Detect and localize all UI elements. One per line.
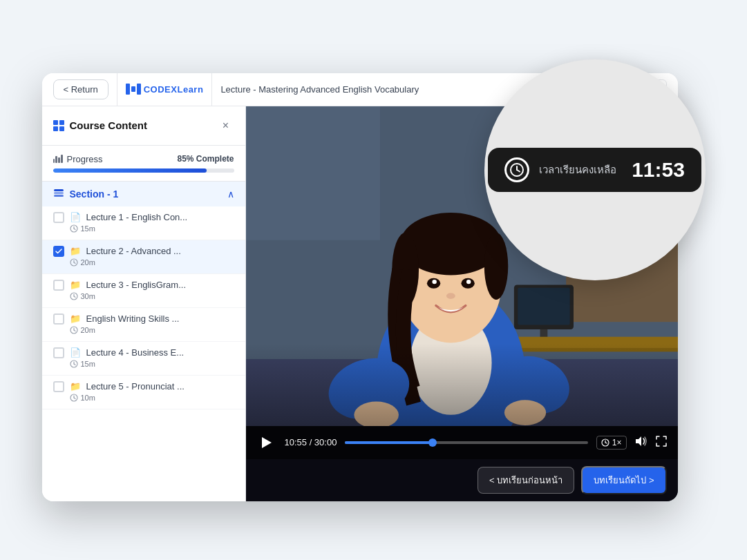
video-progress-thumb bbox=[428, 438, 437, 447]
checkbox-2[interactable] bbox=[53, 246, 64, 257]
volume-icon bbox=[635, 436, 647, 447]
doc-icon-5: 📄 bbox=[70, 347, 81, 358]
svg-point-66 bbox=[432, 279, 436, 283]
section-title: Section - 1 bbox=[70, 189, 119, 200]
lecture-1-name: Lecture 1 - English Con... bbox=[86, 212, 188, 222]
clock-icon-5 bbox=[70, 360, 78, 368]
svg-line-27 bbox=[74, 398, 75, 399]
timer-value: 11:53 bbox=[632, 158, 685, 182]
checkbox-5[interactable] bbox=[53, 347, 64, 358]
svg-marker-77 bbox=[636, 436, 641, 446]
sidebar: Course Content × bbox=[42, 106, 246, 501]
svg-rect-2 bbox=[137, 84, 141, 95]
progress-bar-fill bbox=[53, 168, 207, 173]
grid-icon bbox=[53, 120, 64, 131]
svg-line-18 bbox=[74, 296, 75, 298]
logo-text: CODEXLearn bbox=[144, 84, 204, 95]
svg-rect-0 bbox=[126, 84, 130, 95]
svg-rect-7 bbox=[54, 192, 64, 194]
clock-icon-3 bbox=[70, 292, 78, 300]
clock-svg bbox=[509, 162, 524, 177]
svg-line-21 bbox=[74, 330, 75, 331]
lecture-2-name: Lecture 2 - Advanced ... bbox=[86, 246, 181, 256]
speed-label: 1× bbox=[612, 438, 622, 447]
timer-inner: เวลาเรียนคงเหลือ 11:53 bbox=[488, 148, 701, 192]
section-header[interactable]: Section - 1 ∧ bbox=[42, 182, 245, 206]
play-icon bbox=[262, 437, 272, 448]
checkbox-6[interactable] bbox=[53, 381, 64, 392]
nav-buttons: < บทเรียนก่อนหน้า บทเรียนถัดไป > bbox=[246, 459, 678, 501]
lecture-item-6[interactable]: 📁 Lecture 5 - Pronunciat ... 10m bbox=[42, 376, 245, 409]
clock-icon-4 bbox=[70, 326, 78, 334]
folder-icon-4: 📁 bbox=[70, 313, 81, 324]
clock-icon-6 bbox=[70, 394, 78, 402]
chevron-up-icon: ∧ bbox=[227, 189, 234, 200]
folder-icon-6: 📁 bbox=[70, 381, 81, 392]
svg-point-63 bbox=[484, 233, 507, 300]
timer-bubble: เวลาเรียนคงเหลือ 11:53 bbox=[484, 59, 706, 280]
folder-icon-3: 📁 bbox=[70, 280, 81, 290]
lecture-5-name: Lecture 4 - Business E... bbox=[86, 347, 185, 358]
checkbox-4[interactable] bbox=[53, 313, 64, 325]
svg-rect-1 bbox=[131, 86, 135, 92]
svg-rect-56 bbox=[246, 106, 380, 240]
svg-rect-9 bbox=[54, 189, 64, 191]
return-label: < Return bbox=[64, 84, 98, 95]
svg-line-80 bbox=[517, 170, 520, 172]
logo-area: CODEXLearn bbox=[117, 73, 213, 106]
lecture-item-2[interactable]: 📁 Lecture 2 - Advanced ... 20m bbox=[42, 240, 245, 274]
svg-line-24 bbox=[74, 364, 75, 365]
progress-percent: 85% Complete bbox=[177, 154, 234, 164]
svg-line-12 bbox=[74, 229, 75, 230]
checkbox-1[interactable] bbox=[53, 212, 64, 223]
checkbox-3[interactable] bbox=[53, 280, 64, 291]
lecture-item-3[interactable]: 📁 Lecture 3 - EnglisGram... 30m bbox=[42, 274, 245, 308]
progress-area: Progress 85% Complete bbox=[42, 146, 245, 182]
progress-label: Progress bbox=[67, 154, 103, 164]
video-overlay bbox=[246, 343, 678, 426]
sidebar-header: Course Content × bbox=[42, 106, 245, 146]
lecture-item-5[interactable]: 📄 Lecture 4 - Business E... 15m bbox=[42, 342, 245, 376]
clock-icon-2 bbox=[70, 258, 78, 267]
video-controls: 10:55 / 30:00 1× bbox=[246, 426, 678, 459]
progress-bar-bg bbox=[53, 168, 234, 173]
logo-icon bbox=[126, 84, 141, 95]
lecture-item-4[interactable]: 📁 English Writing Skills ... 20m bbox=[42, 308, 245, 342]
fullscreen-button[interactable] bbox=[656, 436, 667, 450]
layers-icon bbox=[53, 189, 64, 200]
svg-point-67 bbox=[466, 279, 470, 283]
svg-line-15 bbox=[74, 262, 75, 264]
close-button[interactable]: × bbox=[218, 117, 234, 134]
svg-rect-8 bbox=[54, 195, 64, 197]
chart-icon bbox=[53, 155, 63, 163]
check-icon-2 bbox=[55, 249, 62, 254]
svg-rect-51 bbox=[518, 287, 569, 325]
doc-icon-1: 📄 bbox=[70, 212, 81, 222]
lecture-3-name: Lecture 3 - EnglisGram... bbox=[86, 280, 187, 290]
play-button[interactable] bbox=[257, 433, 276, 452]
svg-line-76 bbox=[605, 443, 607, 443]
volume-button[interactable] bbox=[635, 436, 647, 450]
timer-clock-icon bbox=[504, 157, 529, 182]
sidebar-title: Course Content bbox=[53, 119, 148, 131]
video-progress-track[interactable] bbox=[345, 441, 587, 444]
speed-icon bbox=[601, 438, 609, 447]
lecture-4-name: English Writing Skills ... bbox=[86, 313, 180, 324]
folder-icon-2: 📁 bbox=[70, 246, 81, 256]
prev-lesson-button[interactable]: < บทเรียนก่อนหน้า bbox=[477, 467, 574, 494]
return-button[interactable]: < Return bbox=[53, 79, 108, 99]
speed-button[interactable]: 1× bbox=[596, 436, 627, 450]
time-display: 10:55 / 30:00 bbox=[285, 437, 337, 447]
video-progress-played bbox=[345, 441, 433, 444]
fullscreen-icon bbox=[656, 436, 667, 447]
timer-label: เวลาเรียนคงเหลือ bbox=[539, 162, 616, 178]
svg-point-68 bbox=[446, 293, 455, 299]
lecture-item-1[interactable]: 📄 Lecture 1 - English Con... 15m bbox=[42, 206, 245, 240]
lecture-6-name: Lecture 5 - Pronunciat ... bbox=[86, 381, 185, 392]
svg-marker-73 bbox=[262, 437, 272, 448]
next-lesson-button[interactable]: บทเรียนถัดไป > bbox=[581, 466, 666, 494]
clock-icon-1 bbox=[70, 224, 78, 233]
